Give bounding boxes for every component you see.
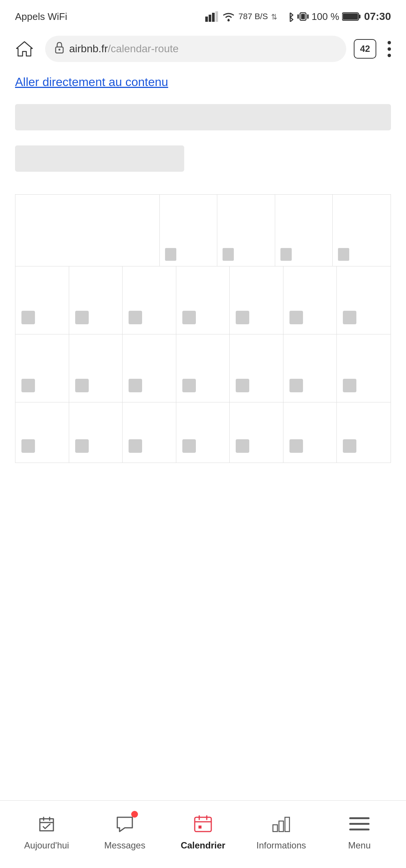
- day-number-indicator: [182, 439, 196, 453]
- day-number-indicator: [21, 311, 35, 324]
- menu-icon-wrap: [346, 811, 373, 837]
- skip-link[interactable]: Aller directement au contenu: [0, 68, 406, 97]
- more-options-button[interactable]: [384, 37, 395, 61]
- today-icon-wrap: [33, 811, 60, 837]
- calendar-cell-1-3[interactable]: [217, 195, 275, 266]
- nav-today[interactable]: Aujourd'hui: [20, 811, 73, 851]
- svg-rect-7: [301, 14, 305, 19]
- calendar-row-4: [15, 402, 391, 463]
- calendar-cell-2-6[interactable]: [283, 266, 337, 334]
- calendar-cell-4-4[interactable]: [176, 402, 230, 463]
- calendar-cell-2-4[interactable]: [176, 266, 230, 334]
- menu-label: Menu: [348, 840, 371, 851]
- url-domain: airbnb.fr: [69, 43, 108, 54]
- speed-label: 787 B/S: [238, 12, 268, 21]
- home-button[interactable]: [11, 36, 38, 62]
- svg-rect-17: [279, 821, 283, 832]
- svg-point-14: [59, 48, 61, 50]
- hamburger-line-1: [349, 817, 370, 819]
- skeleton-bar-half: [15, 145, 184, 172]
- day-number-indicator: [343, 379, 356, 392]
- vibrate-icon: [297, 11, 309, 22]
- lock-icon: [54, 42, 65, 56]
- calendar-cell-3-1[interactable]: [15, 334, 69, 402]
- svg-rect-3: [215, 11, 218, 22]
- calendar-cell-3-5[interactable]: [230, 334, 283, 402]
- hamburger-line-2: [349, 823, 370, 825]
- day-number-indicator: [223, 248, 234, 261]
- nav-calendar[interactable]: Calendrier: [177, 811, 229, 851]
- svg-rect-12: [359, 15, 361, 18]
- calendar-icon: [192, 814, 214, 835]
- svg-rect-0: [205, 17, 208, 22]
- calendar-cell-3-4[interactable]: [176, 334, 230, 402]
- today-icon: [36, 814, 57, 835]
- calendar-grid: [15, 194, 391, 463]
- tab-count[interactable]: 42: [354, 39, 376, 59]
- day-number-indicator: [289, 311, 303, 324]
- svg-rect-8: [297, 14, 299, 19]
- status-icons: 787 B/S ⇅ 100 % 07:30: [205, 11, 391, 23]
- loading-skeleton: [0, 104, 406, 172]
- calendar-cell-1-2[interactable]: [160, 195, 218, 266]
- calendar-cell-4-7[interactable]: [337, 402, 391, 463]
- day-number-indicator: [165, 248, 176, 261]
- calendar-cell-2-3[interactable]: [123, 266, 176, 334]
- day-number-indicator: [289, 439, 303, 453]
- svg-rect-1: [209, 15, 211, 22]
- day-number-indicator: [75, 379, 89, 392]
- svg-rect-15: [195, 817, 211, 832]
- dot2: [388, 47, 391, 51]
- calendar-cell-4-1[interactable]: [15, 402, 69, 463]
- calendar-cell-2-5[interactable]: [230, 266, 283, 334]
- day-number-indicator: [236, 311, 249, 324]
- calendar-cell-1-4[interactable]: [275, 195, 333, 266]
- nav-menu[interactable]: Menu: [333, 811, 386, 851]
- bluetooth-icon: [286, 11, 294, 22]
- calendar-row-2: [15, 266, 391, 334]
- calendar-cell-4-3[interactable]: [123, 402, 176, 463]
- svg-point-4: [227, 19, 230, 21]
- calendar-cell-3-3[interactable]: [123, 334, 176, 402]
- today-label: Aujourd'hui: [24, 840, 69, 851]
- messages-label: Messages: [104, 840, 145, 851]
- day-number-indicator: [129, 439, 142, 453]
- day-number-indicator: [280, 248, 292, 261]
- calendar-cell-3-7[interactable]: [337, 334, 391, 402]
- day-number-indicator: [343, 439, 356, 453]
- bottom-navigation: Aujourd'hui Messages Calendrier: [0, 800, 406, 868]
- lock-svg: [54, 42, 65, 54]
- calendar-cell-3-6[interactable]: [283, 334, 337, 402]
- day-number-indicator: [21, 439, 35, 453]
- nav-informations[interactable]: Informations: [255, 811, 308, 851]
- day-number-indicator: [21, 379, 35, 392]
- calendar-cell-4-2[interactable]: [69, 402, 123, 463]
- day-number-indicator: [182, 379, 196, 392]
- day-number-indicator: [236, 379, 249, 392]
- calendar-cell-4-6[interactable]: [283, 402, 337, 463]
- calendar-cell-2-7[interactable]: [337, 266, 391, 334]
- day-number-indicator: [338, 248, 349, 261]
- calendar-cell-3-2[interactable]: [69, 334, 123, 402]
- signal-icon: [205, 11, 219, 22]
- messages-icon-wrap: [112, 811, 138, 837]
- home-icon: [14, 39, 35, 59]
- url-path: /calendar-route: [108, 43, 179, 54]
- svg-text:⇅: ⇅: [271, 13, 277, 21]
- dot3: [388, 54, 391, 57]
- calendar-cell-2-2[interactable]: [69, 266, 123, 334]
- battery-icon: [342, 11, 361, 22]
- calendar-cell-2-1[interactable]: [15, 266, 69, 334]
- svg-rect-18: [285, 817, 289, 832]
- url-bar[interactable]: airbnb.fr/calendar-route: [45, 36, 346, 62]
- calendar-cell-wide: [15, 195, 160, 266]
- nav-messages[interactable]: Messages: [98, 811, 151, 851]
- informations-icon-wrap: [268, 811, 294, 837]
- calendar-cell-4-5[interactable]: [230, 402, 283, 463]
- hamburger-icon: [349, 817, 370, 830]
- day-number-indicator: [129, 379, 142, 392]
- day-number-indicator: [182, 311, 196, 324]
- skeleton-bar-full: [15, 104, 391, 130]
- calendar-cell-1-5[interactable]: [333, 195, 391, 266]
- svg-rect-9: [307, 14, 309, 19]
